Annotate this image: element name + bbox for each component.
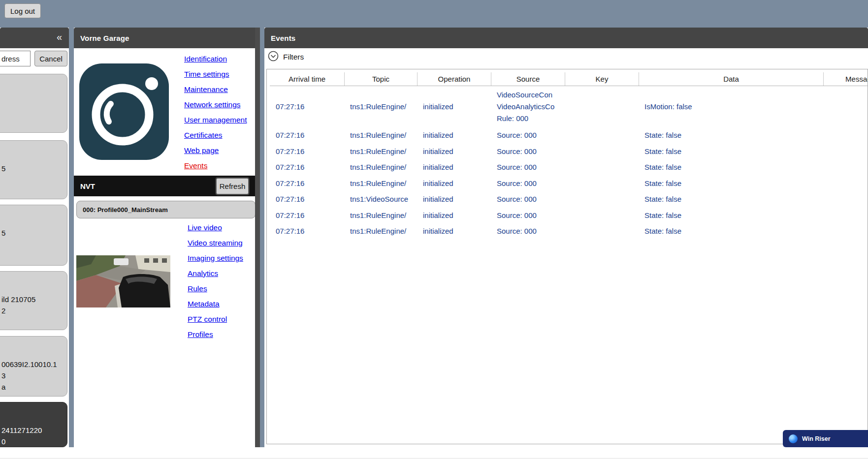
nvt-link-analytics[interactable]: Analytics [188, 266, 243, 281]
table-row[interactable]: 07:27:16tns1:RuleEngine/initializedSourc… [270, 176, 868, 192]
nvt-link-ptz-control[interactable]: PTZ control [188, 311, 243, 327]
collapse-sidebar-icon[interactable]: « [57, 31, 62, 43]
table-row[interactable]: 07:27:16tns1:RuleEngine/initializedSourc… [270, 159, 868, 176]
device-link-time-settings[interactable]: Time settings [184, 66, 247, 82]
cell [565, 144, 639, 160]
cell: State: false [639, 159, 823, 176]
camera-thumbnail[interactable] [76, 255, 170, 307]
scrollbar[interactable] [255, 28, 260, 447]
cell: tns1:RuleEngine/ [344, 223, 417, 240]
cell: initialized [417, 144, 491, 160]
cell: initialized [417, 208, 491, 224]
address-input[interactable] [0, 51, 31, 66]
cell: Source: 000 [491, 144, 565, 160]
top-bar: Log out [0, 0, 868, 27]
column-header-source[interactable]: Source [491, 72, 565, 86]
cell: State: false [639, 144, 823, 160]
cell: State: false [639, 127, 823, 144]
device-links: IdentificationTime settingsMaintenanceNe… [184, 51, 247, 173]
table-row[interactable]: 07:27:16tns1:RuleEngine/initializedVideo… [270, 86, 868, 127]
nvt-link-live-video[interactable]: Live video [188, 220, 243, 235]
profile-button[interactable]: 000: Profile000_MainStream [76, 201, 256, 218]
device-card[interactable]: 00639I2.10010.13a [0, 336, 67, 397]
cell: Source: 000 [491, 223, 565, 240]
device-card[interactable] [0, 74, 67, 133]
cell [823, 86, 868, 127]
table-row[interactable]: 07:27:16tns1:RuleEngine/initializedSourc… [270, 223, 868, 240]
cell: Source: 000 [491, 191, 565, 208]
device-card-text: 24112712200 [1, 425, 42, 447]
cell: Source: 000 [491, 208, 565, 224]
notification-toast[interactable]: Win Riser [783, 430, 868, 447]
device-link-certificates[interactable]: Certificates [184, 127, 247, 143]
toast-label: Win Riser [802, 435, 831, 442]
device-card[interactable]: 24112712200 [0, 402, 67, 447]
cell: initialized [417, 176, 491, 192]
cell: initialized [417, 223, 491, 240]
cell: State: false [639, 191, 823, 208]
column-header-key[interactable]: Key [565, 72, 639, 86]
cell: 07:27:16 [270, 176, 344, 192]
chevron-down-circle-icon[interactable] [268, 51, 279, 63]
cell: initialized [417, 86, 491, 127]
device-link-events[interactable]: Events [184, 158, 247, 173]
cell: Source: 000 [491, 127, 565, 144]
cell: VideoSourceConVideoAnalyticsCoRule: 000 [491, 86, 565, 127]
device-card[interactable]: 5 [0, 205, 67, 266]
camera-panel-title: Vorne Garage [80, 34, 129, 42]
cell [823, 127, 868, 144]
cancel-button[interactable]: Cancel [34, 51, 67, 66]
events-table: Arrival timeTopicOperationSourceKeyDataM… [266, 69, 868, 444]
camera-panel-header: Vorne Garage [74, 28, 260, 48]
cell: 07:27:16 [270, 159, 344, 176]
cell: tns1:RuleEngine/ [344, 208, 417, 224]
nvt-link-imaging-settings[interactable]: Imaging settings [188, 250, 243, 266]
refresh-button[interactable]: Refresh [216, 178, 249, 194]
nvt-link-metadata[interactable]: Metadata [188, 296, 243, 311]
column-header-message[interactable]: Message [823, 72, 868, 86]
cell: IsMotion: false [639, 86, 823, 127]
device-link-network-settings[interactable]: Network settings [184, 97, 247, 112]
filters-toggle[interactable]: Filters [268, 51, 304, 63]
cell [565, 86, 639, 127]
cell [565, 176, 639, 192]
cell [565, 159, 639, 176]
cell: initialized [417, 159, 491, 176]
cell: Source: 000 [491, 176, 565, 192]
cell: 07:27:16 [270, 208, 344, 224]
device-list-panel: « Cancel 55ild 210705200639I2.10010.13a2… [0, 28, 69, 447]
nvt-link-video-streaming[interactable]: Video streaming [188, 235, 243, 250]
cell: tns1:VideoSource [344, 191, 417, 208]
cell: 07:27:16 [270, 86, 344, 127]
events-panel-title: Events [271, 34, 295, 42]
cell [823, 176, 868, 192]
nvt-link-rules[interactable]: Rules [188, 281, 243, 296]
device-link-web-page[interactable]: Web page [184, 143, 247, 158]
cell: tns1:RuleEngine/ [344, 159, 417, 176]
table-row[interactable]: 07:27:16tns1:RuleEngine/initializedSourc… [270, 208, 868, 224]
device-card[interactable]: 5 [0, 140, 67, 199]
device-link-user-management[interactable]: User management [184, 112, 247, 127]
device-link-maintenance[interactable]: Maintenance [184, 82, 247, 97]
desktop-background [0, 447, 868, 460]
column-header-topic[interactable]: Topic [344, 72, 417, 86]
column-header-data[interactable]: Data [639, 72, 823, 86]
table-row[interactable]: 07:27:16tns1:RuleEngine/initializedSourc… [270, 127, 868, 144]
cell [565, 208, 639, 224]
events-table-header: Arrival timeTopicOperationSourceKeyDataM… [270, 72, 868, 86]
table-row[interactable]: 07:27:16tns1:RuleEngine/initializedSourc… [270, 144, 868, 160]
device-card-text: 00639I2.10010.13a [1, 359, 57, 393]
table-row[interactable]: 07:27:16tns1:VideoSourceinitializedSourc… [270, 191, 868, 208]
device-link-identification[interactable]: Identification [184, 51, 247, 66]
device-card-text: ild 2107052 [1, 294, 35, 316]
cell [565, 191, 639, 208]
nvt-title: NVT [80, 182, 95, 190]
win-riser-icon [789, 434, 798, 443]
cell: initialized [417, 127, 491, 144]
column-header-arrival-time[interactable]: Arrival time [270, 72, 344, 86]
events-panel-header: Events [264, 28, 868, 48]
device-card[interactable]: ild 2107052 [0, 271, 67, 330]
column-header-operation[interactable]: Operation [417, 72, 491, 86]
nvt-link-profiles[interactable]: Profiles [188, 327, 243, 342]
logout-button[interactable]: Log out [4, 3, 41, 18]
